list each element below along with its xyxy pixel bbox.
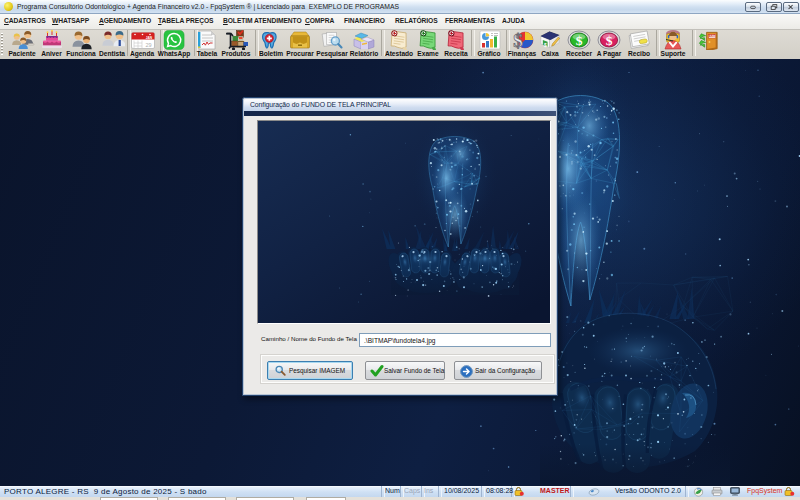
svg-text:JAN: JAN [146, 36, 153, 40]
svg-text:$: $ [543, 43, 546, 48]
svg-text:29: 29 [145, 42, 151, 48]
svg-text:EXIT: EXIT [708, 34, 715, 38]
svg-text:$: $ [606, 33, 613, 48]
svg-text:$: $ [576, 33, 583, 48]
svg-text:$: $ [513, 30, 523, 50]
